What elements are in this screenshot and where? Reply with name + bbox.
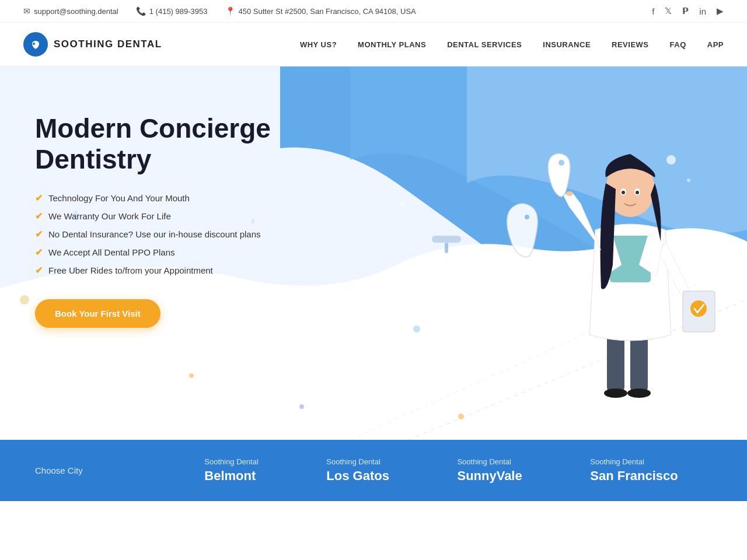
email-text: support@soothing.dental xyxy=(34,7,118,16)
city-label-sunnyvale: Soothing Dental xyxy=(457,457,522,466)
svg-point-10 xyxy=(299,404,304,409)
bullet-text-5: Free Uber Rides to/from your Appointment xyxy=(48,265,213,275)
bullet-text-1: Technology For You And Your Mouth xyxy=(48,193,190,203)
svg-rect-16 xyxy=(445,243,448,253)
bullet-text-4: We Accept All Dental PPO Plans xyxy=(48,247,175,257)
nav-links: WHY US? MONTHLY PLANS DENTAL SERVICES IN… xyxy=(300,39,724,50)
svg-point-12 xyxy=(458,414,464,419)
city-los-gatos[interactable]: Soothing Dental Los Gatos xyxy=(326,457,389,484)
check-icon-2: ✔ xyxy=(35,211,43,222)
svg-point-11 xyxy=(413,326,420,332)
logo-text: Soothing Dental xyxy=(54,38,162,50)
phone-text: 1 (415) 989-3953 xyxy=(149,7,208,16)
svg-point-26 xyxy=(622,191,625,194)
book-button[interactable]: Book Your First Visit xyxy=(35,299,160,328)
svg-point-9 xyxy=(189,373,194,378)
bullet-5: ✔ Free Uber Rides to/from your Appointme… xyxy=(35,265,292,276)
svg-point-4 xyxy=(400,201,405,206)
nav-why-us[interactable]: WHY US? xyxy=(300,40,337,49)
city-label-los-gatos: Soothing Dental xyxy=(326,457,389,466)
doctor-illustration xyxy=(514,102,747,440)
facebook-icon[interactable]: f xyxy=(652,6,654,16)
svg-point-30 xyxy=(558,160,564,166)
hero-content: Modern Concierge Dentistry ✔ Technology … xyxy=(0,66,327,328)
email-contact: ✉ support@soothing.dental xyxy=(23,6,118,16)
nav-monthly-plans[interactable]: MONTHLY PLANS xyxy=(358,40,426,49)
svg-point-31 xyxy=(566,191,573,196)
city-items: Soothing Dental Belmont Soothing Dental … xyxy=(170,457,712,484)
hero-bullets: ✔ Technology For You And Your Mouth ✔ We… xyxy=(35,192,292,276)
pinterest-icon[interactable]: 𝗣 xyxy=(682,6,689,16)
nav-faq[interactable]: FAQ xyxy=(670,40,686,49)
top-bar: ✉ support@soothing.dental 📞 1 (415) 989-… xyxy=(0,0,747,23)
choose-city-label: Choose City xyxy=(35,466,170,475)
linkedin-icon[interactable]: in xyxy=(699,6,706,16)
logo-icon xyxy=(23,32,48,57)
svg-point-20 xyxy=(604,388,627,398)
city-sunnyvale[interactable]: Soothing Dental SunnyVale xyxy=(457,457,522,484)
email-icon: ✉ xyxy=(23,6,30,16)
check-icon-5: ✔ xyxy=(35,265,43,276)
city-name-san-francisco: San Francisco xyxy=(590,468,678,484)
check-icon-1: ✔ xyxy=(35,192,43,204)
nav-insurance[interactable]: INSURANCE xyxy=(543,40,591,49)
city-san-francisco[interactable]: Soothing Dental San Francisco xyxy=(590,457,678,484)
city-label-san-francisco: Soothing Dental xyxy=(590,457,678,466)
city-belmont[interactable]: Soothing Dental Belmont xyxy=(204,457,259,484)
hero-section: Modern Concierge Dentistry ✔ Technology … xyxy=(0,66,747,440)
bullet-2: ✔ We Warranty Our Work For Life xyxy=(35,211,292,222)
phone-icon: 📞 xyxy=(136,6,146,16)
nav-dental-services[interactable]: DENTAL SERVICES xyxy=(447,40,522,49)
twitter-icon[interactable]: 𝕏 xyxy=(665,6,672,16)
nav-reviews[interactable]: REVIEWS xyxy=(612,40,648,49)
social-links: f 𝕏 𝗣 in ▶ xyxy=(652,6,724,16)
address-text: 450 Sutter St #2500, San Francisco, CA 9… xyxy=(239,7,416,16)
city-bar: Choose City Soothing Dental Belmont Soot… xyxy=(0,440,747,501)
svg-point-21 xyxy=(627,388,651,398)
city-label-belmont: Soothing Dental xyxy=(204,457,259,466)
hero-title: Modern Concierge Dentistry xyxy=(35,113,292,175)
location-icon: 📍 xyxy=(225,6,235,16)
youtube-icon[interactable]: ▶ xyxy=(717,6,724,16)
check-icon-4: ✔ xyxy=(35,247,43,258)
check-icon-3: ✔ xyxy=(35,229,43,240)
nav-app[interactable]: APP xyxy=(707,40,724,49)
city-name-belmont: Belmont xyxy=(204,468,259,484)
address-contact: 📍 450 Sutter St #2500, San Francisco, CA… xyxy=(225,6,416,16)
main-nav: Soothing Dental WHY US? MONTHLY PLANS DE… xyxy=(0,23,747,66)
svg-point-27 xyxy=(636,191,639,194)
bullet-4: ✔ We Accept All Dental PPO Plans xyxy=(35,247,292,258)
bullet-3: ✔ No Dental Insurance? Use our in-house … xyxy=(35,229,292,240)
bullet-text-2: We Warranty Our Work For Life xyxy=(48,211,171,221)
bullet-text-3: No Dental Insurance? Use our in-house di… xyxy=(48,229,261,239)
bullet-1: ✔ Technology For You And Your Mouth xyxy=(35,192,292,204)
svg-point-29 xyxy=(690,300,707,317)
city-name-sunnyvale: SunnyVale xyxy=(457,468,522,484)
contact-info: ✉ support@soothing.dental 📞 1 (415) 989-… xyxy=(23,6,652,16)
city-name-los-gatos: Los Gatos xyxy=(326,468,389,484)
svg-point-1 xyxy=(33,43,35,45)
svg-rect-15 xyxy=(432,236,461,243)
phone-contact: 📞 1 (415) 989-3953 xyxy=(136,6,208,16)
logo-link[interactable]: Soothing Dental xyxy=(23,32,300,57)
